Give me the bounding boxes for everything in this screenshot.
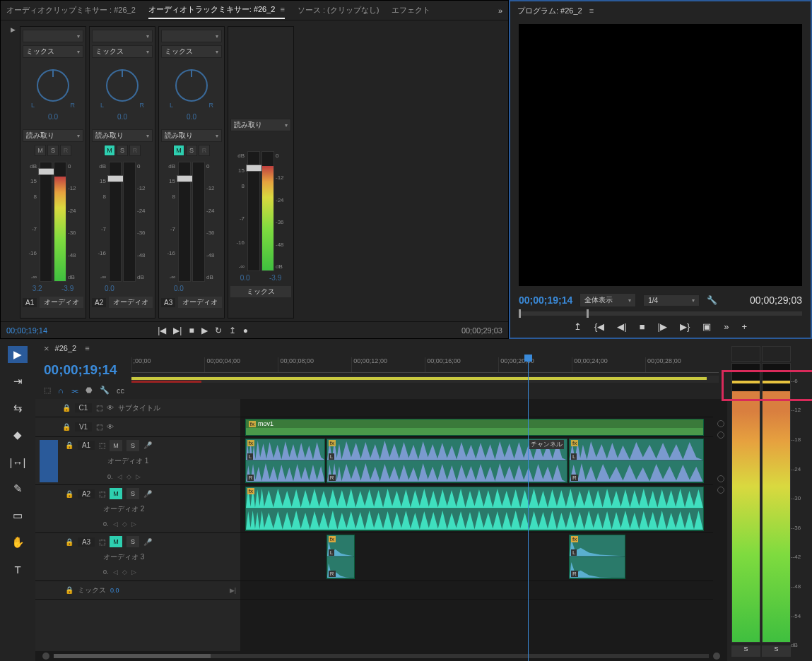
go-to-next-icon[interactable]: ▶|	[230, 587, 236, 594]
next-keyframe-icon[interactable]: ▷	[131, 520, 136, 528]
tab-track-mixer[interactable]: オーディオトラックミキサー: #26_2 ≡	[148, 1, 285, 19]
pan-knob-a3[interactable]: LR	[170, 65, 213, 109]
channel-name-a2[interactable]: オーディオ	[109, 297, 153, 308]
pan-knob-a1[interactable]: LR	[31, 65, 75, 109]
voice-record-icon[interactable]: 🎤	[143, 490, 152, 498]
keyframe-value-a3[interactable]: 0.	[103, 568, 109, 576]
tabs-overflow-icon[interactable]: »	[498, 6, 502, 15]
fx-slot-a3[interactable]: ▾	[161, 30, 222, 42]
rectangle-tool-icon[interactable]: ▭	[8, 507, 28, 524]
eye-icon[interactable]: 👁	[107, 404, 114, 412]
channel-name-a1[interactable]: オーディオ	[40, 297, 83, 308]
tab-clip-mixer[interactable]: オーディオクリップミキサー : #26_2	[6, 2, 136, 18]
sequence-name[interactable]: #26_2	[55, 344, 77, 352]
prev-keyframe-icon[interactable]: ◁	[117, 473, 122, 480]
track-select-tool-icon[interactable]: ⇥	[8, 373, 28, 390]
fader-master[interactable]	[247, 151, 260, 271]
solo-button-a3[interactable]: S	[186, 145, 197, 156]
loop-icon[interactable]: ↻	[215, 326, 222, 335]
mark-out-icon[interactable]: ▶}	[680, 321, 690, 332]
output-select-a2[interactable]: ミックス▾	[92, 45, 153, 58]
pan-knob-a2[interactable]: LR	[100, 65, 144, 109]
mix-value[interactable]: 0.0	[110, 587, 119, 594]
step-back-icon[interactable]: ◀|	[617, 321, 626, 332]
solo-button-a2[interactable]: S	[117, 145, 128, 156]
track-header-a2[interactable]: 🔒A2⬚MS🎤 オーディオ 2 0.◁◇▷	[35, 485, 240, 533]
razor-tool-icon[interactable]: ◆	[8, 427, 28, 443]
ripple-tool-icon[interactable]: ⇆	[8, 400, 28, 417]
video-clip-mov1[interactable]: fxmov1	[245, 419, 704, 436]
next-keyframe-icon[interactable]: ▷	[136, 473, 141, 480]
timeline-content[interactable]: fxmov1 fxL R fxLチャンネル R fxL R fx	[240, 399, 727, 651]
fader-a3[interactable]	[178, 162, 191, 282]
voice-record-icon[interactable]: 🎤	[143, 538, 152, 546]
sync-lock-video-icon[interactable]	[717, 431, 724, 439]
audio-clip-a3-1[interactable]: fxL R	[326, 535, 355, 579]
program-menu-icon[interactable]: ≡	[589, 6, 594, 15]
expand-sends-icon[interactable]: ▶	[11, 26, 16, 33]
insert-mode-icon[interactable]: ⬚	[44, 386, 51, 395]
track-id-a2[interactable]: A2	[78, 489, 95, 499]
lock-icon[interactable]: 🔒	[65, 538, 73, 546]
audio-clip-a1-2[interactable]: fxLチャンネル R	[326, 439, 567, 483]
lock-icon[interactable]: 🔒	[65, 586, 73, 594]
sync-lock-audio-icon[interactable]	[717, 475, 724, 482]
fader-a2[interactable]	[109, 162, 122, 282]
fader-handle-a1[interactable]	[38, 168, 55, 175]
insert-icon[interactable]: ↥	[574, 321, 582, 332]
output-select-a3[interactable]: ミックス▾	[161, 45, 222, 58]
track-header-a1[interactable]: 🔒A1⬚MS🎤 オーディオ 1 0.◁◇▷	[35, 437, 240, 485]
fx-slot-a2[interactable]: ▾	[92, 30, 153, 42]
peak-indicator-l[interactable]	[731, 346, 760, 362]
hand-tool-icon[interactable]: ✋	[8, 534, 28, 551]
lift-icon[interactable]: ▣	[702, 321, 711, 332]
prev-keyframe-icon[interactable]: ◁	[113, 520, 118, 528]
pen-tool-icon[interactable]: ✎	[8, 480, 28, 497]
keyframe-value-a1[interactable]: 0.	[107, 473, 113, 480]
record-icon[interactable]: ●	[243, 326, 248, 335]
fader-handle-master[interactable]	[246, 165, 263, 172]
solo-a2[interactable]: S	[126, 488, 139, 499]
time-ruler[interactable]: ;00;0000;00;04;0000;00;08;0000;00;12;000…	[131, 357, 719, 373]
channel-name-master[interactable]: ミックス	[230, 286, 291, 297]
playhead[interactable]	[528, 357, 529, 661]
mark-in-icon[interactable]: {◀	[594, 321, 604, 332]
resolution-select[interactable]: 1/4▾	[643, 294, 700, 306]
timeline-horizontal-scrollbar[interactable]	[35, 651, 727, 661]
add-button-icon[interactable]: +	[741, 321, 747, 332]
fader-handle-a2[interactable]	[107, 175, 124, 182]
mute-button-a1[interactable]: M	[35, 145, 46, 156]
fx-badge-icon[interactable]: fx	[247, 440, 254, 446]
program-tc[interactable]: 00;00;19;14	[519, 294, 572, 306]
sync-lock-video-icon[interactable]	[717, 420, 724, 427]
record-button-a1[interactable]: R	[60, 145, 71, 156]
sync-lock-icon[interactable]: ⬚	[96, 423, 102, 431]
mute-a2[interactable]: M	[110, 488, 122, 499]
fx-badge-icon[interactable]: fx	[249, 421, 256, 427]
overflow-icon[interactable]: »	[724, 321, 729, 332]
scrollbar-thumb[interactable]	[54, 654, 211, 658]
add-keyframe-icon[interactable]: ◇	[122, 520, 127, 528]
audio-clip-a2[interactable]: fx	[245, 487, 704, 531]
work-area-bar[interactable]	[131, 376, 719, 383]
timeline-tc[interactable]: 00;00;19;14	[44, 362, 117, 378]
mute-button-a3[interactable]: M	[173, 145, 184, 156]
audio-clip-a1-1[interactable]: fxL R	[245, 439, 326, 483]
stop-icon[interactable]: ■	[640, 321, 645, 332]
fx-badge-icon[interactable]: fx	[329, 536, 336, 542]
panel-menu-icon[interactable]: ≡	[281, 5, 285, 13]
record-button-a2[interactable]: R	[129, 145, 141, 156]
close-sequence-icon[interactable]: ×	[44, 343, 49, 354]
automation-mode-a1[interactable]: 読み取り▾	[23, 129, 83, 142]
keyframe-value-a2[interactable]: 0.	[103, 520, 109, 528]
solo-left-button[interactable]: S	[731, 645, 760, 657]
solo-a3[interactable]: S	[126, 536, 139, 547]
play-icon[interactable]: ▶	[201, 326, 208, 335]
go-to-out-icon[interactable]: ▶|	[173, 326, 182, 335]
audio-clip-a3-2[interactable]: fxL R	[569, 535, 625, 579]
solo-button-a1[interactable]: S	[47, 145, 59, 156]
mixer-tc-in[interactable]: 00;00;19;14	[6, 326, 47, 335]
prev-keyframe-icon[interactable]: ◁	[113, 568, 118, 576]
program-scrub-bar[interactable]	[519, 311, 802, 316]
sync-lock-audio-icon[interactable]	[717, 487, 724, 494]
